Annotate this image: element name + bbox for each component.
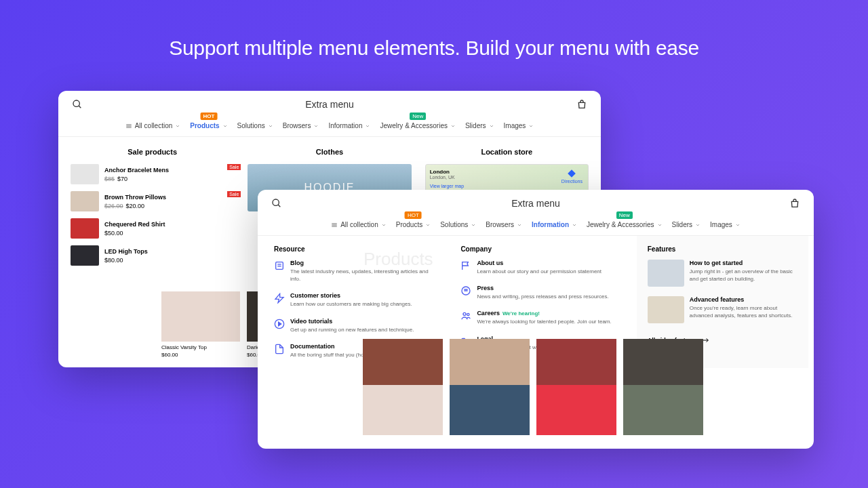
- product-card[interactable]: [363, 385, 443, 435]
- chevron-down-icon: [572, 222, 577, 228]
- product-title: Brown Throw Pillows: [104, 194, 234, 201]
- info-desc: Learn about our story and our permission…: [477, 268, 601, 275]
- search-icon[interactable]: [72, 99, 83, 110]
- map-larger-link[interactable]: View larger map: [430, 184, 584, 188]
- product-title: Chequered Red Shirt: [104, 221, 234, 228]
- chevron-down-icon: [695, 222, 701, 228]
- nav-item-jewelry-accessories[interactable]: Jewelry & AccessoriesNew: [380, 122, 455, 129]
- sale-product-item[interactable]: LED High Tops$80.00: [71, 245, 234, 266]
- nav-item-solutions[interactable]: Solutions: [440, 221, 476, 228]
- nav-item-information[interactable]: Information: [328, 122, 370, 129]
- nav-item-images[interactable]: Images: [504, 122, 534, 129]
- info-title: Customer stories: [290, 292, 412, 299]
- product-price: $85$70: [104, 176, 234, 182]
- badge-hot: HOT: [405, 211, 422, 219]
- chevron-down-icon: [425, 222, 431, 228]
- product-image: [536, 385, 616, 435]
- feature-title: How to get started: [690, 260, 797, 266]
- page-headline: Support multiple menu elements. Build yo…: [0, 0, 868, 60]
- store-name: Extra menu: [511, 198, 560, 209]
- column-title-company: Company: [460, 245, 625, 253]
- play-icon: [274, 319, 285, 329]
- info-item-customer-stories[interactable]: Customer storiesLearn how our customers …: [274, 292, 439, 308]
- nav-item-images[interactable]: Images: [710, 221, 741, 228]
- nav-item-jewelry-accessories[interactable]: Jewelry & AccessoriesNew: [587, 221, 662, 228]
- feature-desc: Once you're ready, learn more about adva…: [690, 304, 797, 319]
- nav-item-sliders[interactable]: Sliders: [672, 221, 701, 228]
- column-title-features: Features: [648, 245, 797, 253]
- nav-item-browsers[interactable]: Browsers: [486, 221, 522, 228]
- nav-item-products[interactable]: ProductsHOT: [396, 221, 431, 228]
- product-title: Classic Varsity Top: [161, 344, 240, 350]
- chevron-down-icon: [471, 222, 476, 228]
- feature-thumb: [648, 296, 684, 323]
- chevron-down-icon: [528, 123, 534, 129]
- product-thumb: [71, 218, 99, 239]
- svg-marker-15: [279, 322, 281, 325]
- chat-icon: [460, 285, 471, 296]
- product-image: [363, 339, 443, 389]
- product-image: [450, 385, 530, 435]
- info-item-press[interactable]: PressNews and writing, press releases an…: [460, 285, 625, 300]
- main-nav: All collectionProductsHOTSolutionsBrowse…: [258, 217, 814, 236]
- info-desc: Get up and running on new features and t…: [290, 326, 414, 333]
- feature-title: Advanced features: [690, 296, 797, 303]
- zap-icon: [274, 293, 285, 304]
- product-thumb: [71, 191, 99, 211]
- info-desc: Learn how our customers are making big c…: [290, 300, 412, 308]
- nav-item-information[interactable]: Information: [532, 221, 577, 228]
- bag-icon[interactable]: [576, 99, 587, 110]
- info-item-careers[interactable]: CareersWe're hearing!We're always lookin…: [460, 310, 625, 325]
- map-directions-link[interactable]: Directions: [561, 169, 583, 184]
- sale-product-item[interactable]: Brown Throw Pillows$26.00$20.00Sale: [71, 191, 234, 211]
- product-price: $26.00$20.00: [104, 203, 234, 209]
- sale-product-item[interactable]: Chequered Red Shirt$50.00: [71, 218, 234, 239]
- flag-icon: [460, 260, 471, 271]
- product-image: [363, 385, 443, 435]
- info-desc: The latest industry news, updates, inter…: [290, 268, 439, 283]
- product-image: [623, 339, 703, 389]
- product-thumb: [71, 164, 99, 184]
- info-title: Video tutorials: [290, 318, 414, 325]
- file-icon: [274, 344, 285, 354]
- product-card[interactable]: [623, 385, 703, 435]
- feature-item[interactable]: How to get startedJump right in - get an…: [648, 260, 797, 287]
- product-grid-3: [363, 385, 703, 435]
- nav-item-all-collection[interactable]: All collection: [331, 221, 387, 228]
- product-card[interactable]: [536, 385, 616, 435]
- ghost-heading: Products: [363, 249, 433, 270]
- chevron-down-icon: [175, 123, 180, 129]
- hamburger-icon: [331, 222, 338, 228]
- feature-item[interactable]: Advanced featuresOnce you're ready, lear…: [648, 296, 797, 323]
- bag-icon[interactable]: [789, 198, 800, 209]
- sale-badge: Sale: [227, 164, 241, 170]
- nav-item-products[interactable]: ProductsHOT: [190, 122, 227, 129]
- nav-item-sliders[interactable]: Sliders: [465, 122, 494, 129]
- product-card[interactable]: [450, 385, 530, 435]
- info-item-video-tutorials[interactable]: Video tutorialsGet up and running on new…: [274, 318, 439, 333]
- users-icon: [460, 310, 471, 321]
- info-desc: We're always looking for talented people…: [477, 318, 611, 325]
- blog-icon: [274, 260, 285, 271]
- info-item-about-us[interactable]: About usLearn about our story and our pe…: [460, 260, 625, 275]
- chevron-down-icon: [735, 222, 741, 228]
- nav-item-all-collection[interactable]: All collection: [125, 122, 181, 129]
- nav-item-solutions[interactable]: Solutions: [237, 122, 273, 129]
- sale-product-item[interactable]: Anchor Bracelet Mens$85$70Sale: [71, 164, 234, 184]
- column-title-sale: Sale products: [71, 148, 234, 156]
- search-icon[interactable]: [271, 198, 282, 209]
- column-title-clothes: Clothes: [248, 148, 411, 156]
- main-nav: All collectionProductsHOTSolutionsBrowse…: [58, 118, 601, 137]
- sale-badge: Sale: [227, 191, 241, 197]
- svg-point-18: [467, 314, 469, 316]
- svg-line-1: [79, 106, 81, 108]
- product-title: LED High Tops: [104, 248, 234, 255]
- chevron-down-icon: [313, 123, 319, 129]
- chevron-down-icon: [657, 222, 663, 228]
- svg-point-5: [273, 199, 279, 205]
- product-thumb: [71, 245, 99, 266]
- product-card[interactable]: Classic Varsity Top$60.00: [161, 291, 240, 358]
- info-title: About us: [477, 260, 601, 266]
- info-desc: News and writing, press releases and pre…: [477, 293, 608, 300]
- nav-item-browsers[interactable]: Browsers: [283, 122, 319, 129]
